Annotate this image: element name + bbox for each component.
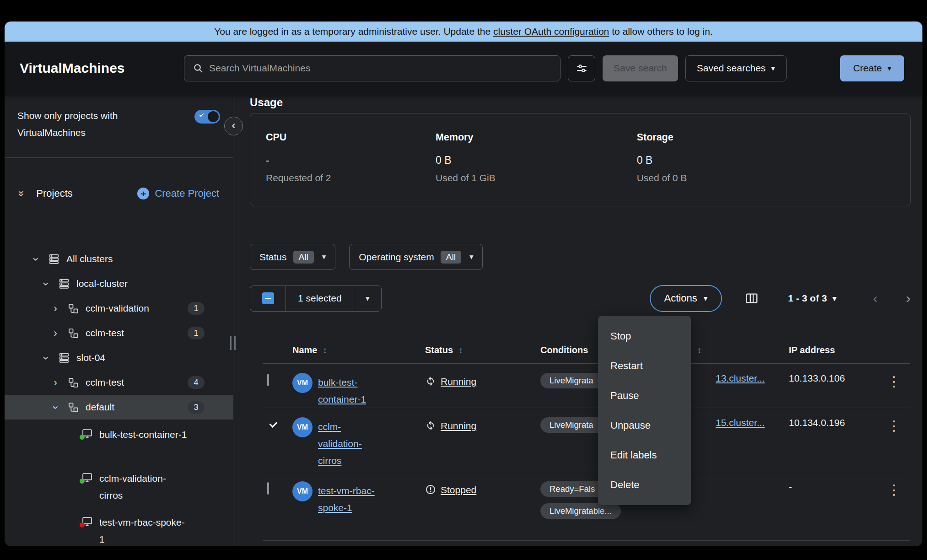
vm-kind-badge: VM <box>292 417 313 437</box>
row-checkbox[interactable] <box>267 482 269 495</box>
tree-vm-test-vm-rbac-spoke-1[interactable]: test-vm-rbac-spoke-1 <box>5 507 233 546</box>
tree-item-cclm-test-slot04[interactable]: › cclm-test 4 <box>5 370 233 395</box>
node-link[interactable]: 15.cluster... <box>716 417 765 428</box>
saved-searches-label: Saved searches <box>697 63 766 74</box>
manage-columns-icon[interactable] <box>745 291 759 305</box>
chevron-down-icon: ▾ <box>771 65 775 72</box>
next-page-button[interactable]: › <box>906 291 911 306</box>
column-header-ip: IP address <box>787 345 878 355</box>
ip-address: 10.134.0.196 <box>787 408 878 428</box>
chevron-down-icon[interactable]: › <box>40 278 52 290</box>
vm-status-link[interactable]: Running <box>441 373 476 390</box>
tree-item-default-selected[interactable]: › default 3 <box>5 395 233 420</box>
chevron-down-icon: ▾ <box>366 295 370 302</box>
vm-name-link[interactable]: test-vm-rbac-spoke-1 <box>318 482 384 516</box>
vm-name-link[interactable]: cclm-validation-cirros <box>318 418 384 469</box>
vm-name-link[interactable]: bulk-test-container-1 <box>318 374 384 408</box>
menu-item-pause[interactable]: Pause <box>598 381 691 410</box>
usage-memory: Memory 0 B Used of 1 GiB <box>436 132 637 206</box>
vm-count-badge: 1 <box>188 327 205 339</box>
bulk-select-dropdown-toggle[interactable]: ▾ <box>354 286 381 311</box>
pagination-dropdown[interactable]: 1 - 3 of 3 ▾ <box>788 293 836 304</box>
search-box[interactable] <box>184 55 561 81</box>
sidebar-collapse-button[interactable]: ‹ <box>224 117 243 135</box>
condition-pill: LiveMigratable... <box>540 503 621 519</box>
chevron-down-icon[interactable]: › <box>49 401 62 413</box>
chevron-right-icon[interactable]: › <box>49 327 61 339</box>
show-only-vm-projects-toggle[interactable] <box>194 110 220 124</box>
table-row: VM cclm-validation-cirros Running LiveMi… <box>263 408 910 472</box>
tree-item-label: All clusters <box>66 253 113 264</box>
tree-vm-cclm-validation-cirros[interactable]: cclm-validation-cirros <box>5 463 233 507</box>
ip-header-label: IP address <box>789 345 835 355</box>
check-icon <box>199 113 204 117</box>
advanced-search-button[interactable] <box>568 55 595 81</box>
bulk-select-checkbox[interactable] <box>262 292 274 304</box>
oauth-configuration-link[interactable]: cluster OAuth configuration <box>493 26 609 37</box>
status-filter-select[interactable]: Status All ▾ <box>250 244 335 270</box>
cluster-icon <box>58 352 70 364</box>
virtualmachines-table: Name ↕ Status ↕ Conditions ↕ IP address <box>263 337 910 541</box>
menu-item-unpause[interactable]: Unpause <box>598 410 691 440</box>
create-button[interactable]: Create ▾ <box>840 55 904 81</box>
os-filter-select[interactable]: Operating system All ▾ <box>349 244 483 270</box>
tree-item-label: slot-04 <box>76 352 105 363</box>
app-body: Show only projects with VirtualMachines … <box>5 95 922 546</box>
application-window: You are logged in as a temporary adminis… <box>5 22 922 546</box>
usage-section-title: Usage <box>250 96 911 109</box>
bulk-select-checkbox-segment[interactable] <box>250 286 286 311</box>
tree-item-slot-04[interactable]: › slot-04 <box>5 345 233 370</box>
selected-count-label: 1 selected <box>286 293 354 304</box>
row-kebab-menu-button[interactable]: ⋮ <box>883 417 905 435</box>
tree-vm-label: cclm-validation-cirros <box>99 470 189 504</box>
tree-item-local-cluster[interactable]: › local-cluster <box>5 271 233 296</box>
vm-status-link[interactable]: Stopped <box>441 481 476 498</box>
create-project-button[interactable]: + Create Project <box>137 188 219 199</box>
tree-item-all-clusters[interactable]: › All clusters <box>5 247 233 271</box>
usage-storage: Storage 0 B Used of 0 B <box>637 132 895 206</box>
bulk-select-split-button: 1 selected ▾ <box>250 285 382 312</box>
save-search-button[interactable]: Save search <box>603 55 678 81</box>
chevron-right-icon[interactable]: › <box>49 377 61 389</box>
collapse-all-icon[interactable]: » <box>15 190 28 196</box>
sort-icon[interactable]: ↕ <box>323 345 327 355</box>
cluster-icon <box>58 278 70 290</box>
resize-handle[interactable] <box>230 336 236 350</box>
sort-icon[interactable]: ↕ <box>697 345 702 355</box>
tree-item-label: cclm-validation <box>86 303 149 314</box>
create-project-label: Create Project <box>155 188 219 199</box>
row-kebab-menu-button[interactable]: ⋮ <box>883 481 905 499</box>
sliders-icon <box>576 62 588 75</box>
pagination-label: 1 - 3 of 3 <box>788 293 827 304</box>
row-checkbox[interactable] <box>267 374 269 386</box>
menu-item-delete[interactable]: Delete <box>598 470 691 500</box>
row-kebab-menu-button[interactable]: ⋮ <box>883 373 905 390</box>
previous-page-button[interactable]: ‹ <box>873 291 878 306</box>
menu-item-stop[interactable]: Stop <box>598 321 691 351</box>
sort-icon[interactable]: ↕ <box>458 345 463 355</box>
saved-searches-button[interactable]: Saved searches ▾ <box>685 55 787 81</box>
tree-vm-label: bulk-test-container-1 <box>99 426 187 443</box>
projects-label: Projects <box>36 188 72 199</box>
chevron-down-icon: ▾ <box>832 295 836 302</box>
tree-vm-bulk-test-container-1[interactable]: bulk-test-container-1 <box>5 420 233 463</box>
running-sync-icon <box>425 420 436 431</box>
memory-label: Memory <box>436 132 637 143</box>
menu-item-edit-labels[interactable]: Edit labels <box>598 440 691 470</box>
chevron-left-icon: ‹ <box>232 119 236 132</box>
tree-item-cclm-validation[interactable]: › cclm-validation 1 <box>5 296 233 321</box>
table-toolbar: 1 selected ▾ Actions ▾ 1 - 3 of 3 <box>250 285 911 312</box>
vm-count-badge: 4 <box>188 376 205 389</box>
chevron-down-icon: ▾ <box>322 253 326 261</box>
chevron-down-icon[interactable]: › <box>30 253 42 265</box>
tree-item-cclm-test[interactable]: › cclm-test 1 <box>5 321 233 345</box>
chevron-down-icon[interactable]: › <box>40 352 52 364</box>
search-input[interactable] <box>209 63 552 74</box>
vm-status-link[interactable]: Running <box>441 417 476 434</box>
name-header-label: Name <box>292 345 317 355</box>
chevron-right-icon[interactable]: › <box>49 302 61 315</box>
cpu-sub: Requested of 2 <box>266 172 436 183</box>
node-link[interactable]: 13.cluster... <box>716 373 765 383</box>
actions-button[interactable]: Actions ▾ <box>650 285 722 312</box>
menu-item-restart[interactable]: Restart <box>598 351 691 381</box>
